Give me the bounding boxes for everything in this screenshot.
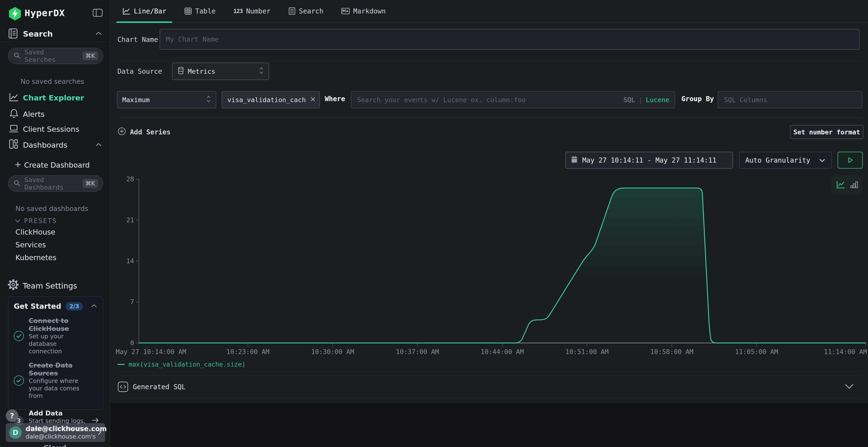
aggregation-value: Maximum [122,96,150,104]
collapse-sidebar-icon[interactable] [92,8,103,19]
saved-searches-input[interactable]: Saved Searches ⌘K [8,48,103,64]
tab-line-bar[interactable]: Line/Bar [117,0,172,23]
legend-label: max(visa_validation_cache.size) [128,361,245,368]
lucene-mode-toggle[interactable]: Lucene [646,96,669,104]
add-series-button[interactable]: Add Series [117,127,171,137]
tab-markdown[interactable]: Markdown [335,0,392,23]
get-started-collapse-chevron-icon[interactable] [91,304,97,309]
sidebar-item-alerts[interactable]: Alerts [23,110,44,118]
user-menu[interactable]: D dale@clickhouse.com dale@clickhouse.co… [6,423,105,442]
saved-dashboards-placeholder: Saved Dashboards [24,176,79,191]
where-label: Where [325,95,345,103]
chevron-down-icon[interactable] [844,383,855,391]
chart-series-line [139,188,866,343]
help-button[interactable]: ? [6,409,18,422]
get-started-progress-badge: 2/3 [66,302,83,310]
sidebar-section-search[interactable]: Search [23,29,53,38]
aggregation-select[interactable]: Maximum [117,91,216,108]
section-divider [117,117,863,118]
step-description: Set up your database connection [29,333,91,355]
svg-text:10:30:00 AM: 10:30:00 AM [311,348,354,355]
granularity-select[interactable]: Auto Granularity [739,152,832,169]
user-team: dale@clickhouse.com's [26,433,94,440]
get-started-step-connect[interactable]: Connect to ClickHouse Set up your databa… [14,317,97,355]
where-search-input[interactable] [356,96,623,104]
sidebar-item-chart-explorer[interactable]: Chart Explorer [23,94,84,102]
svg-text:10:51:00 AM: 10:51:00 AM [565,348,609,355]
no-saved-dashboards-note: No saved dashboards [16,205,88,213]
run-query-button[interactable] [838,152,863,169]
data-source-select[interactable]: Metrics [172,63,269,80]
set-number-format-button[interactable]: Set number format [790,125,863,139]
tab-number[interactable]: 123 Number [227,0,276,23]
dashboards-icon [9,139,18,150]
svg-text:10:44:00 AM: 10:44:00 AM [481,348,524,355]
date-range-picker[interactable]: May 27 10:14:11 - May 27 11:14:11 [565,152,733,169]
search-icon [13,52,21,60]
saved-searches-placeholder: Saved Searches [24,48,79,63]
svg-text:11:14:00 AM: 11:14:00 AM [824,348,867,355]
plus-icon: + [14,160,22,169]
step-description: Configure where your data comes from [29,377,94,400]
plus-circle-icon [117,127,126,137]
laptop-icon [9,124,19,134]
close-icon[interactable] [310,96,316,104]
avatar: D [9,426,22,439]
hyperdx-logo-icon [8,6,22,22]
calendar-icon [571,156,578,165]
add-series-label: Add Series [130,128,171,136]
chart-type-tabbar: Line/Bar Table 123 Number Search M [110,0,868,23]
create-dashboard-button[interactable]: Create Dashboard [24,161,90,169]
section-divider [117,375,863,376]
select-chevrons-icon [206,95,211,105]
database-icon [177,66,184,76]
chart-area-fill [139,188,866,343]
svg-text:10:58:00 AM: 10:58:00 AM [650,348,693,355]
page-footer-area [110,403,868,447]
select-chevrons-icon [259,66,264,76]
tab-table[interactable]: Table [179,0,221,23]
table-tab-icon [184,7,192,15]
sidebar-item-team-settings[interactable]: Team Settings [23,281,77,290]
saved-dashboards-input[interactable]: Saved Dashboards ⌘K [8,175,103,192]
sidebar-item-dashboards[interactable]: Dashboards [23,141,67,149]
chart-name-input[interactable] [160,29,860,49]
dashboards-collapse-chevron-icon[interactable] [95,142,102,148]
generated-sql-toggle[interactable]: Generated SQL [133,383,186,391]
svg-text:10:37:00 AM: 10:37:00 AM [396,348,439,355]
svg-text:0: 0 [130,339,134,347]
chevron-down-icon [819,156,826,164]
preset-item-clickhouse[interactable]: ClickHouse [16,228,56,236]
svg-text:28: 28 [126,175,134,183]
timeseries-chart[interactable]: 07142128May 27 10:14:00 AM10:23:00 AM10:… [111,169,868,364]
metric-field-name: visa_validation_cach [227,96,306,104]
group-by-input[interactable] [718,91,863,108]
bell-icon [9,108,19,119]
presets-chevron-down-icon[interactable] [14,219,21,224]
get-started-step-datasources[interactable]: Create Data Sources Configure where your… [14,361,97,400]
chart-svg: 07142128May 27 10:14:00 AM10:23:00 AM10:… [111,169,868,361]
saved-dashboards-shortcut: ⌘K [83,179,98,188]
data-source-label: Data Source [117,67,162,75]
search-tab-icon [288,7,296,15]
svg-text:14: 14 [126,257,134,265]
chart-legend[interactable]: max(visa_validation_cache.size) [117,361,245,368]
sql-mode-toggle[interactable]: SQL [623,96,635,104]
sidebar-item-client-sessions[interactable]: Client Sessions [23,125,79,133]
preset-item-kubernetes[interactable]: Kubernetes [16,253,56,262]
tab-search[interactable]: Search [283,0,329,23]
play-icon [846,156,854,164]
tab-label: Number [246,7,271,15]
date-range-value: May 27 10:14:11 - May 27 11:14:11 [582,156,716,164]
no-saved-searches-note: No saved searches [21,77,84,85]
step-title: Connect to ClickHouse [29,317,89,333]
metric-field-tag[interactable]: visa_validation_cach [222,91,320,108]
search-section-icon [8,28,18,40]
line-chart-icon [9,92,19,103]
presets-header[interactable]: PRESETS [24,217,57,225]
search-collapse-chevron-icon[interactable] [95,31,102,37]
step-title: Create Data Sources [29,361,99,377]
preset-item-services[interactable]: Services [16,241,46,249]
section-divider [117,61,863,61]
sidebar: HyperDX Search Saved Searches ⌘K [0,0,110,447]
